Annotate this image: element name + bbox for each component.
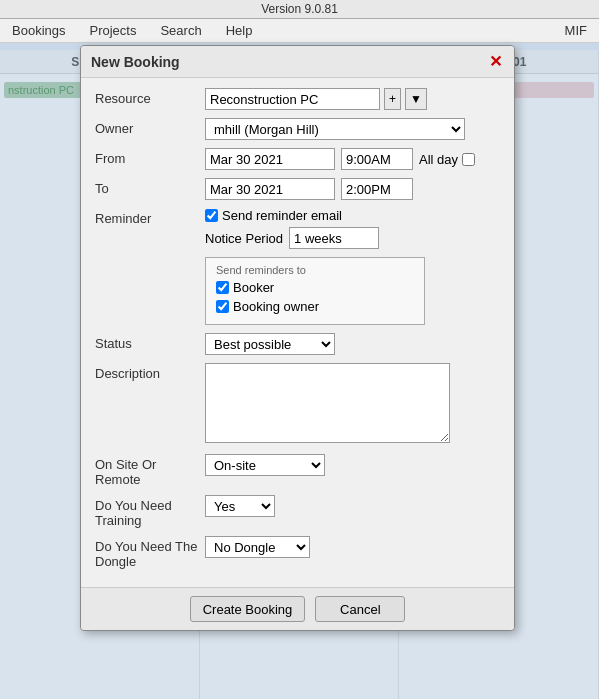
onsite-label: On Site Or Remote bbox=[95, 454, 205, 487]
resource-plus-button[interactable]: + bbox=[384, 88, 401, 110]
booking-owner-checkbox[interactable] bbox=[216, 300, 229, 313]
description-label: Description bbox=[95, 363, 205, 381]
reminder-label: Reminder bbox=[95, 208, 205, 226]
top-bar: Version 9.0.81 bbox=[0, 0, 599, 19]
training-row: Do You Need Training Yes No bbox=[95, 495, 500, 528]
from-label: From bbox=[95, 148, 205, 166]
owner-control: mhill (Morgan Hill) bbox=[205, 118, 500, 140]
close-button[interactable]: ✕ bbox=[487, 52, 504, 71]
dongle-row: Do You Need The Dongle No Dongle Dongle bbox=[95, 536, 500, 569]
dialog-footer: Create Booking Cancel bbox=[81, 587, 514, 630]
menu-search[interactable]: Search bbox=[156, 21, 205, 40]
allday-checkbox[interactable] bbox=[462, 153, 475, 166]
send-to-title: Send reminders to bbox=[216, 264, 414, 276]
to-control bbox=[205, 178, 500, 200]
dialog-title: New Booking bbox=[91, 54, 180, 70]
send-to-box: Send reminders to Booker Booking owner bbox=[205, 257, 425, 325]
from-date-input[interactable] bbox=[205, 148, 335, 170]
to-time-input[interactable] bbox=[341, 178, 413, 200]
booking-owner-label: Booking owner bbox=[233, 299, 319, 314]
status-control: Best possible bbox=[205, 333, 500, 355]
reminder-control: Send reminder email Notice Period Send r… bbox=[205, 208, 500, 325]
booking-owner-row: Booking owner bbox=[216, 299, 414, 314]
send-reminder-checkbox[interactable] bbox=[205, 209, 218, 222]
reminder-row: Reminder Send reminder email Notice Peri… bbox=[95, 208, 500, 325]
to-row: To bbox=[95, 178, 500, 200]
menu-help[interactable]: Help bbox=[222, 21, 257, 40]
send-reminder-label: Send reminder email bbox=[222, 208, 342, 223]
new-booking-dialog: New Booking ✕ Resource + ▼ Owner mhill (… bbox=[80, 45, 515, 631]
description-textarea[interactable] bbox=[205, 363, 450, 443]
to-label: To bbox=[95, 178, 205, 196]
menu-right-label: MIF bbox=[561, 21, 591, 40]
menu-bar: Bookings Projects Search Help MIF bbox=[0, 19, 599, 43]
notice-row: Notice Period bbox=[205, 227, 500, 249]
booker-row: Booker bbox=[216, 280, 414, 295]
notice-input[interactable] bbox=[289, 227, 379, 249]
menu-projects[interactable]: Projects bbox=[85, 21, 140, 40]
cancel-button[interactable]: Cancel bbox=[315, 596, 405, 622]
training-control: Yes No bbox=[205, 495, 500, 517]
from-time-input[interactable] bbox=[341, 148, 413, 170]
owner-select[interactable]: mhill (Morgan Hill) bbox=[205, 118, 465, 140]
booker-label: Booker bbox=[233, 280, 274, 295]
resource-dropdown-button[interactable]: ▼ bbox=[405, 88, 427, 110]
onsite-control: On-site Remote bbox=[205, 454, 500, 476]
notice-period-label: Notice Period bbox=[205, 231, 283, 246]
send-reminder-row: Send reminder email bbox=[205, 208, 500, 223]
status-label: Status bbox=[95, 333, 205, 351]
onsite-row: On Site Or Remote On-site Remote bbox=[95, 454, 500, 487]
allday-label: All day bbox=[419, 152, 458, 167]
from-control: All day bbox=[205, 148, 500, 170]
booker-checkbox[interactable] bbox=[216, 281, 229, 294]
resource-control: + ▼ bbox=[205, 88, 500, 110]
owner-label: Owner bbox=[95, 118, 205, 136]
description-control bbox=[205, 363, 500, 446]
training-label: Do You Need Training bbox=[95, 495, 205, 528]
resource-row: Resource + ▼ bbox=[95, 88, 500, 110]
resource-input[interactable] bbox=[205, 88, 380, 110]
create-booking-button[interactable]: Create Booking bbox=[190, 596, 306, 622]
owner-row: Owner mhill (Morgan Hill) bbox=[95, 118, 500, 140]
from-row: From All day bbox=[95, 148, 500, 170]
dialog-title-bar: New Booking ✕ bbox=[81, 46, 514, 78]
status-row: Status Best possible bbox=[95, 333, 500, 355]
app-version: Version 9.0.81 bbox=[261, 2, 338, 16]
resource-label: Resource bbox=[95, 88, 205, 106]
onsite-select[interactable]: On-site Remote bbox=[205, 454, 325, 476]
training-select[interactable]: Yes No bbox=[205, 495, 275, 517]
allday-row: All day bbox=[419, 152, 475, 167]
dongle-control: No Dongle Dongle bbox=[205, 536, 500, 558]
menu-bookings[interactable]: Bookings bbox=[8, 21, 69, 40]
dialog-body: Resource + ▼ Owner mhill (Morgan Hill) F… bbox=[81, 78, 514, 587]
description-row: Description bbox=[95, 363, 500, 446]
to-date-input[interactable] bbox=[205, 178, 335, 200]
dongle-label: Do You Need The Dongle bbox=[95, 536, 205, 569]
status-select[interactable]: Best possible bbox=[205, 333, 335, 355]
dongle-select[interactable]: No Dongle Dongle bbox=[205, 536, 310, 558]
